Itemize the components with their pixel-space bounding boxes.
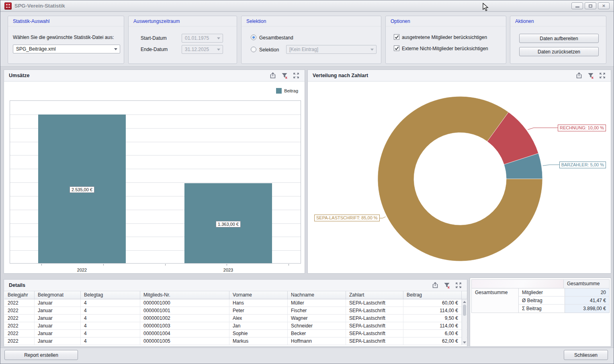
gesamtsumme-row-header: Gesamtsumme <box>472 288 518 313</box>
bar-value-label: 2.535,00 € <box>70 186 94 193</box>
table-cell: Becker <box>288 330 346 337</box>
externe-checkbox[interactable] <box>394 45 399 51</box>
gesamt-row: Ø Beitrag41,47 € <box>519 297 609 305</box>
chevron-down-icon <box>217 49 220 51</box>
table-cell: 62,00 € <box>403 337 462 345</box>
groupbox-title: Optionen <box>386 16 506 27</box>
table-cell: 2022 <box>4 330 35 337</box>
column-header-belegtag[interactable]: Belegtag <box>81 291 140 299</box>
people-icon <box>5 3 11 9</box>
table-row[interactable]: 2022Januar40000001000HansMüllerSEPA-Last… <box>4 299 467 307</box>
statistik-datei-label: Wählen Sie die gewünschte Statistik-Date… <box>13 35 114 40</box>
app-window: SPG-Verein-Statistik ✕ Statistik-Auswahl… <box>0 0 614 364</box>
umsaetze-title: Umsätze <box>9 73 29 78</box>
table-cell: 4 <box>81 322 140 329</box>
column-header-zahlart[interactable]: Zahlart <box>346 291 403 299</box>
table-cell: 2022 <box>4 322 35 329</box>
table-cell: Fischer <box>288 307 346 314</box>
table-cell: 4 <box>81 337 140 345</box>
column-header-belegjahr[interactable]: Belegjahr <box>4 291 35 299</box>
legend: Beitrag <box>276 88 298 94</box>
schliessen-button[interactable]: Schliessen <box>564 350 608 360</box>
table-cell: Januar <box>35 322 81 329</box>
close-button[interactable]: ✕ <box>598 2 610 9</box>
table-row[interactable]: 2022Januar40000001001PeterFischerSEPA-La… <box>4 307 467 315</box>
statistik-datei-value: SPG_Beiträge.xml <box>16 46 56 52</box>
gesamtsumme-column-header: Gesamtsumme <box>563 280 609 288</box>
clear-filter-icon[interactable]: x <box>587 72 594 79</box>
column-header-nachname[interactable]: Nachname <box>288 291 346 299</box>
gesamtsumme-table: Gesamtsumme Gesamtsumme Mitglieder20Ø Be… <box>471 279 610 313</box>
pie-label-rechnung: RECHNUNG: 10,00 % <box>558 125 606 131</box>
chevron-down-icon <box>114 48 117 50</box>
details-table: BelegjahrBelegmonatBelegtagMitglieds-Nr.… <box>4 291 467 345</box>
export-icon[interactable] <box>269 72 276 79</box>
table-cell: Alex <box>229 315 288 322</box>
x-axis-tick <box>289 264 289 266</box>
donut-svg <box>308 82 611 273</box>
table-cell: 0000001003 <box>140 322 229 329</box>
table-row[interactable]: 2022Januar40000001004SophieBeckerSEPA-La… <box>4 330 467 337</box>
scroll-down-icon[interactable] <box>463 342 466 344</box>
table-cell: Januar <box>35 315 81 322</box>
ende-datum-label: Ende-Datum <box>141 47 168 52</box>
table-cell: 0000001002 <box>140 315 229 322</box>
table-cell: Hoffmann <box>288 337 346 345</box>
statistik-datei-combobox[interactable]: SPG_Beiträge.xml <box>13 45 120 53</box>
table-cell: Hans <box>229 299 288 307</box>
x-axis-tick <box>41 264 42 266</box>
table-row[interactable]: 2022Januar40000001005MarkusHoffmannSEPA-… <box>4 337 467 345</box>
gesamt-row-value: 3.898,00 € <box>565 305 609 313</box>
selektion-label: Selektion <box>259 47 279 53</box>
table-cell: Januar <box>35 299 81 307</box>
daten-zuruecksetzen-button[interactable]: Daten zurücksetzen <box>519 47 599 56</box>
legend-label: Beitrag <box>284 88 298 93</box>
gesamt-row-label: Ø Beitrag <box>519 297 565 304</box>
table-cell: SEPA-Lastschrift <box>346 307 403 314</box>
expand-icon[interactable] <box>599 72 606 79</box>
column-header-vorname[interactable]: Vorname <box>229 291 288 299</box>
scrollbar-thumb[interactable] <box>463 305 466 316</box>
pie-label-barzahler: BARZAHLER: 5,00 % <box>559 162 606 168</box>
column-header-mitgliedsnr[interactable]: Mitglieds-Nr. <box>140 291 229 299</box>
gesamtbestand-radio[interactable] <box>251 35 256 40</box>
toolbar-strip: Statistik-Auswahl Wählen Sie die gewünsc… <box>0 12 614 67</box>
pie-label-sepa-lastschrift: SEPA-LASTSCHRIFT: 85,00 % <box>314 215 380 221</box>
bar-value-label: 1.363,00 € <box>216 221 241 227</box>
table-row[interactable]: 2022Januar40000001002AlexWagnerSEPA-Last… <box>4 315 467 322</box>
export-icon[interactable] <box>432 282 439 289</box>
groupbox-title: Aktionen <box>510 16 606 27</box>
maximize-button[interactable] <box>585 2 596 9</box>
table-cell: Markus <box>229 337 288 345</box>
table-cell: 2022 <box>4 337 35 345</box>
column-header-belegmonat[interactable]: Belegmonat <box>35 291 81 299</box>
clear-filter-icon[interactable]: x <box>281 72 288 79</box>
vertical-scrollbar[interactable] <box>462 299 467 345</box>
table-cell: Januar <box>35 307 81 314</box>
expand-icon[interactable] <box>293 72 300 79</box>
table-cell: 0000001005 <box>140 337 229 345</box>
column-header-beitrag[interactable]: Beitrag <box>403 291 462 299</box>
report-erstellen-button[interactable]: Report erstellen <box>4 350 78 360</box>
minimize-button[interactable] <box>571 2 583 9</box>
pie-label-connector <box>528 128 561 130</box>
groupbox-title: Statistik-Auswahl <box>8 16 124 27</box>
export-icon[interactable] <box>575 72 583 79</box>
checkmark-icon <box>395 46 399 51</box>
daten-aufbereiten-button[interactable]: Daten aufbereiten <box>519 34 599 43</box>
selektion-radio[interactable] <box>251 47 256 52</box>
clear-filter-icon[interactable]: x <box>443 282 450 289</box>
verteilung-title: Verteilung nach Zahlart <box>313 73 368 78</box>
table-cell: 4 <box>81 307 140 314</box>
expand-icon[interactable] <box>455 282 462 289</box>
scroll-up-icon[interactable] <box>463 301 466 303</box>
table-cell: 4 <box>81 315 140 322</box>
donut-chart: SEPA-LASTSCHRIFT: 85,00 %RECHNUNG: 10,00… <box>308 82 611 273</box>
details-title: Details <box>9 282 25 288</box>
table-cell: Januar <box>35 330 81 337</box>
ausgetretene-checkbox[interactable] <box>394 34 399 40</box>
table-cell: Müller <box>288 299 346 307</box>
start-datum-label: Start-Datum <box>141 35 167 41</box>
table-row[interactable]: 2022Januar40000001003JanSchneiderSEPA-La… <box>4 322 467 330</box>
verteilung-panel: Verteilung nach Zahlart x <box>307 70 611 274</box>
